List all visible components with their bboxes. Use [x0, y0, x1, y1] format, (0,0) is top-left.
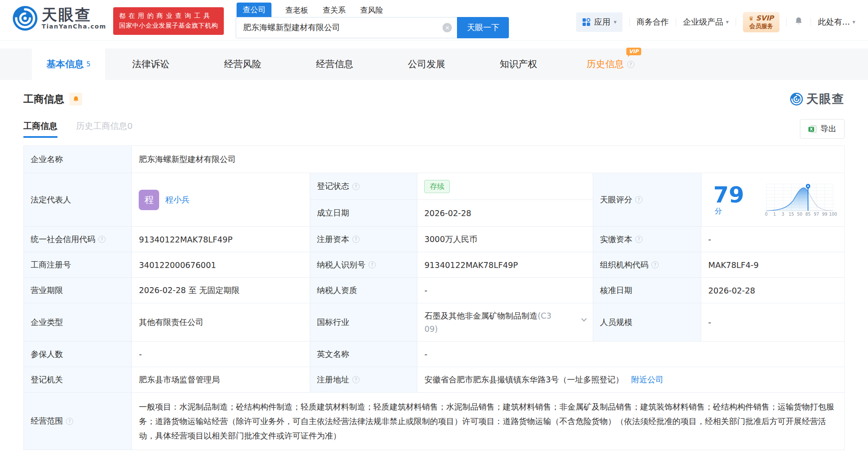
- search-tab-relation[interactable]: 查关系: [322, 3, 346, 17]
- svip-label: SVIP: [756, 14, 774, 22]
- svip-member-badge[interactable]: ♛ SVIP 会员服务: [743, 12, 780, 32]
- credit-code-label: 统一社会信用代码: [31, 234, 95, 245]
- help-icon[interactable]: ?: [627, 61, 634, 68]
- reg-address-label-cell: 注册地址 ?: [310, 367, 418, 392]
- notification-bell-icon[interactable]: [794, 16, 804, 28]
- brand-domain: TianYanCha.com: [42, 23, 106, 30]
- table-row: 登记机关 肥东县市场监督管理局 注册地址 ? 安徽省合肥市肥东县撮镇镇东华路3号…: [24, 367, 844, 393]
- search-input[interactable]: [236, 17, 457, 38]
- help-icon[interactable]: ?: [352, 376, 360, 383]
- subtab-history-business-info[interactable]: 历史工商信息0: [76, 120, 133, 138]
- table-row: 参保人数 - 英文名称 -: [24, 342, 844, 367]
- watermark-text: 天眼查: [806, 91, 845, 107]
- staff-size-value: -: [701, 303, 844, 341]
- tab-operation-info[interactable]: 经营信息: [289, 48, 381, 80]
- nearby-companies-link[interactable]: 附近公司: [631, 374, 664, 385]
- english-name-label: 英文名称: [310, 342, 418, 367]
- subtab-history-count: 0: [127, 121, 133, 131]
- taxpayer-id-label-cell: 纳税人识别号 ?: [310, 252, 418, 277]
- chevron-down-icon: ▾: [726, 19, 729, 25]
- svg-text:3: 3: [782, 212, 784, 217]
- tab-operation-risk[interactable]: 经营风险: [197, 48, 289, 80]
- svip-service-label: 会员服务: [749, 23, 774, 30]
- legal-rep-link[interactable]: 程小兵: [165, 194, 189, 205]
- industry-value-cell: 石墨及其他非金属矿物制品制造(C309): [417, 303, 593, 341]
- search-tabs: 查公司 查老板 查关系 查风险: [236, 3, 509, 17]
- help-icon[interactable]: ?: [635, 196, 642, 203]
- help-icon[interactable]: ?: [352, 183, 360, 190]
- table-row: 法定代表人 程 程小兵 登记状态 ? 存续 成立日期 2026-02-2: [24, 173, 844, 227]
- business-scope-label-cell: 经营范围 ?: [24, 393, 132, 450]
- search-button[interactable]: 天眼一下: [457, 17, 509, 38]
- chevron-down-icon[interactable]: [581, 316, 587, 322]
- subtab-business-info[interactable]: 工商信息: [23, 120, 57, 138]
- biz-coop-link[interactable]: 商务合作: [637, 17, 669, 28]
- taxpayer-id-value: 91340122MAK78LF49P: [417, 252, 593, 277]
- staff-size-label: 人员规模: [593, 303, 701, 341]
- company-name-label: 企业名称: [24, 146, 132, 173]
- approval-date-label: 核准日期: [593, 278, 701, 303]
- tab-company-development[interactable]: 公司发展: [381, 48, 473, 80]
- help-icon[interactable]: ?: [98, 236, 106, 243]
- reg-status-label: 登记状态: [317, 181, 349, 192]
- search-block: 查公司 查老板 查关系 查风险 ✕ 天眼一下: [236, 3, 509, 38]
- credit-code-value: 91340122MAK78LF49P: [132, 227, 310, 252]
- table-row: 营业期限 2026-02-28 至 无固定期限 纳税人资质 - 核准日期 202…: [24, 278, 844, 303]
- tab-label: 经营风险: [224, 58, 262, 71]
- company-name-value: 肥东海螺新型建材有限公司: [132, 146, 844, 173]
- search-tab-company[interactable]: 查公司: [237, 3, 271, 17]
- search-tab-risk[interactable]: 查风险: [359, 3, 384, 17]
- divider: [786, 18, 787, 26]
- svg-text:15: 15: [789, 212, 794, 217]
- reg-capital-label: 注册资本: [317, 234, 349, 245]
- paid-capital-value: -: [701, 227, 844, 252]
- main-content: 工商信息 天眼查 工商信息 历史工商信息0 X 导出: [0, 80, 868, 450]
- table-row: 工商注册号 340122000676001 纳税人识别号 ? 91340122M…: [24, 252, 844, 278]
- app-grid-icon: [582, 18, 591, 26]
- svg-text:X: X: [810, 127, 813, 131]
- insured-count-label: 参保人数: [24, 342, 132, 367]
- score-number: 79: [714, 182, 744, 208]
- tab-legal-litigation[interactable]: 法律诉讼: [105, 48, 197, 80]
- paid-capital-label: 实缴资本: [600, 234, 632, 245]
- business-scope-label: 经营范围: [31, 416, 63, 427]
- est-date-row: 成立日期 2026-02-28: [310, 200, 593, 226]
- score-label-cell: 天眼评分 ?: [593, 173, 701, 226]
- brand-name: 天眼查: [42, 7, 106, 23]
- approval-date-value: 2026-02-28: [701, 278, 844, 303]
- svg-text:50: 50: [797, 212, 802, 217]
- help-icon[interactable]: ?: [635, 236, 642, 243]
- tab-intellectual-property[interactable]: 知识产权: [473, 48, 565, 80]
- divider: [629, 18, 630, 26]
- tab-basic-info[interactable]: 基本信息 5: [32, 48, 105, 80]
- score-value: 79分: [714, 184, 752, 216]
- vip-badge: VIP: [626, 48, 641, 55]
- legal-rep-label: 法定代表人: [24, 173, 132, 226]
- insured-count-value: -: [132, 342, 310, 367]
- enterprise-products-menu[interactable]: 企业级产品 ▾: [683, 17, 729, 28]
- slogan-line1: 都在用的商业查询工具: [119, 11, 218, 21]
- score-distribution-chart: 0 1 3 15 50 85 97 99 100: [763, 182, 837, 218]
- tab-history-label: 历史信息: [587, 59, 624, 69]
- score-cell: 79分: [702, 173, 845, 226]
- user-menu[interactable]: 此处有... ▾: [818, 17, 855, 28]
- org-code-value: MAK78LF4-9: [701, 252, 844, 277]
- divider: [811, 18, 811, 26]
- taxpayer-qual-value: -: [417, 278, 593, 303]
- taxpayer-id-label: 纳税人识别号: [317, 259, 365, 271]
- export-button[interactable]: X 导出: [800, 119, 845, 139]
- help-icon[interactable]: ?: [66, 418, 73, 425]
- legal-rep-avatar[interactable]: 程: [139, 190, 159, 210]
- apps-menu[interactable]: 应用 ▾: [576, 12, 622, 32]
- help-icon[interactable]: ?: [651, 261, 659, 268]
- reg-status-row: 登记状态 ? 存续: [310, 173, 593, 200]
- chevron-down-icon: ▾: [852, 19, 855, 25]
- help-icon[interactable]: ?: [352, 236, 360, 243]
- logo-swirl-icon: [13, 6, 37, 31]
- tianyancha-logo[interactable]: 天眼查 TianYanCha.com: [13, 6, 106, 31]
- tab-history-info[interactable]: 历史信息 VIP ?: [565, 48, 657, 80]
- monitor-bell-icon[interactable]: [69, 93, 82, 105]
- help-icon[interactable]: ?: [368, 261, 376, 268]
- search-tab-boss[interactable]: 查老板: [284, 3, 309, 17]
- svg-text:97: 97: [814, 212, 819, 217]
